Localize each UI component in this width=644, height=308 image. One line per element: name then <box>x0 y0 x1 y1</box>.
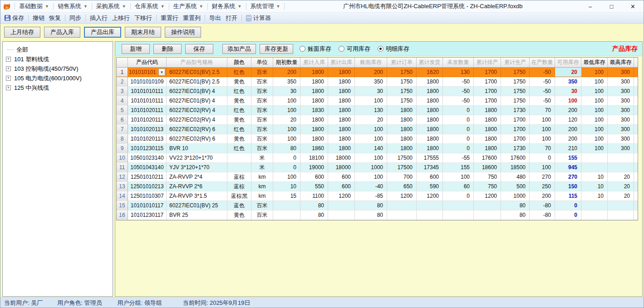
cell-prod_total[interactable]: 1730 <box>501 144 530 153</box>
column-header-sched_total[interactable]: 累计排产 <box>474 58 501 68</box>
column-header-unshipped[interactable]: 未发数量 <box>443 58 474 68</box>
expand-icon[interactable]: + <box>6 85 11 90</box>
cell-prod_total[interactable]: 1000 <box>501 191 530 201</box>
cell-qty_begin[interactable]: 20 <box>273 115 300 125</box>
cell-max_stock[interactable]: 300 <box>608 115 634 125</box>
menu-sales[interactable]: 销售系统▼ <box>55 1 90 12</box>
cell-avail[interactable]: 200 <box>555 106 581 115</box>
tool-export[interactable]: 导出 <box>207 14 223 23</box>
cell-order_total[interactable]: 1750 <box>387 87 417 96</box>
cell-max_stock[interactable] <box>608 163 634 172</box>
menu-finance[interactable]: 财务系统▼ <box>209 1 245 12</box>
cell-order_total[interactable]: 650 <box>387 182 417 191</box>
tool-redo[interactable]: 恢复 <box>47 14 63 23</box>
cell-in_total[interactable]: 80 <box>300 210 328 220</box>
cell-min_stock[interactable]: 10 <box>581 182 608 191</box>
cell-unshipped[interactable]: -50 <box>443 77 474 87</box>
cell-qty_begin[interactable]: 100 <box>273 106 300 115</box>
cell-spec[interactable]: 60227IEC02(RV) 4 <box>167 106 227 115</box>
cell-min_stock[interactable]: 10 <box>581 172 608 182</box>
cell-unshipped[interactable]: -50 <box>443 96 474 106</box>
cell-qty_begin[interactable]: 15 <box>273 191 300 201</box>
row-number-cell[interactable]: 10 <box>117 153 128 163</box>
row-number-cell[interactable]: 2 <box>117 77 128 87</box>
cell-spec[interactable]: BVR 10 <box>167 144 227 153</box>
cell-in_prod[interactable]: -50 <box>530 87 555 96</box>
cell-spec[interactable]: YJV 3*120+1*70 <box>167 163 227 172</box>
cell-sched_total[interactable]: 1800 <box>474 125 501 134</box>
cell-code[interactable]: 10101230115 <box>128 144 167 153</box>
cell-qty_begin[interactable]: 200 <box>273 68 300 77</box>
cell-sched_total[interactable]: 750 <box>474 172 501 182</box>
cell-code[interactable]: 10101010111 <box>128 96 167 106</box>
column-header-spec[interactable]: 产品型号规格 <box>167 58 227 68</box>
cell-min_stock[interactable] <box>581 201 608 210</box>
cell-max_stock[interactable] <box>608 210 634 220</box>
cell-code[interactable]: 10101020113 <box>128 125 167 134</box>
cell-out_total[interactable]: 600 <box>328 182 355 191</box>
cell-out_total[interactable]: 1200 <box>328 191 355 201</box>
cell-sched_total[interactable]: 750 <box>474 182 501 191</box>
cell-unit[interactable]: 百米 <box>251 144 273 153</box>
row-number-cell[interactable]: 7 <box>117 125 128 134</box>
expand-icon[interactable]: + <box>6 76 11 81</box>
cell-unshipped[interactable]: 0 <box>443 191 474 201</box>
cell-avail[interactable]: 350 <box>555 77 581 87</box>
delete-button[interactable]: 删除 <box>153 44 182 54</box>
cell-in_prod[interactable]: -50 <box>530 68 555 77</box>
menu-warehouse[interactable]: 仓库系统▼ <box>132 1 167 12</box>
table-row[interactable]: 1312501010213ZA-RVVP 2*6蓝棕km10550600-406… <box>117 182 638 191</box>
menu-basic-data[interactable]: 基础数据▼ <box>16 1 52 12</box>
cell-order_total[interactable]: 1200 <box>387 191 417 201</box>
tool-reset-row[interactable]: 重置行 <box>158 14 181 23</box>
cell-in_total[interactable]: 80 <box>300 201 328 210</box>
tab-last-month-balance[interactable]: 上月结存 <box>4 27 40 38</box>
cell-ship_total[interactable]: 1800 <box>417 125 443 134</box>
radio-available-stock[interactable]: 可用库存 <box>339 45 370 53</box>
cell-spec[interactable]: 60227IEC02(RV) 6 <box>167 134 227 144</box>
cell-prod_total[interactable]: 1700 <box>501 134 530 144</box>
cell-ship_total[interactable]: 1200 <box>417 191 443 201</box>
cell-out_total[interactable]: 1800 <box>328 134 355 144</box>
cell-color[interactable]: 红色 <box>227 144 251 153</box>
cell-in_total[interactable]: 1860 <box>300 144 328 153</box>
cell-prod_total[interactable]: 480 <box>501 172 530 182</box>
cell-unit[interactable]: 百米 <box>251 77 273 87</box>
cell-avail[interactable]: 30 <box>555 87 581 96</box>
cell-book_stock[interactable]: -85 <box>355 191 387 201</box>
cell-prod_total[interactable]: 18500 <box>501 163 530 172</box>
cell-out_total[interactable]: 1800 <box>328 68 355 77</box>
cell-color[interactable] <box>227 163 251 172</box>
cell-unit[interactable]: km <box>251 182 273 191</box>
tree-item-105[interactable]: +105 电力电缆(600/1000V) <box>5 73 111 83</box>
cell-in_prod[interactable]: 200 <box>530 191 555 201</box>
cell-order_total[interactable] <box>387 201 417 210</box>
cell-spec[interactable]: 60227IEC01(BV) 2.5 <box>167 68 227 77</box>
cell-unshipped[interactable]: 0 <box>443 115 474 125</box>
cell-qty_begin[interactable]: 0 <box>273 153 300 163</box>
row-number-cell[interactable]: 5 <box>117 106 128 115</box>
cell-book_stock[interactable]: 140 <box>355 144 387 153</box>
cell-book_stock[interactable]: 80 <box>355 210 387 220</box>
cell-color[interactable]: 红色 <box>227 106 251 115</box>
cell-code[interactable]: 12501010211 <box>128 172 167 182</box>
cell-unit[interactable]: 百米 <box>251 68 273 77</box>
menu-purchase[interactable]: 采购系统▼ <box>93 1 129 12</box>
cell-sched_total[interactable]: 1800 <box>474 106 501 115</box>
cell-order_total[interactable]: 1800 <box>387 106 417 115</box>
cell-in_total[interactable]: 1830 <box>300 106 328 115</box>
column-header-min_stock[interactable]: 最低库存 <box>581 58 608 68</box>
cell-order_total[interactable]: 1750 <box>387 96 417 106</box>
tool-undo[interactable]: 撤销 <box>30 14 47 23</box>
cell-sched_total[interactable]: 17600 <box>474 153 501 163</box>
cell-color[interactable]: 黄色 <box>227 210 251 220</box>
cell-qty_begin[interactable] <box>273 201 300 210</box>
cell-color[interactable]: 蓝棕 <box>227 172 251 182</box>
cell-sched_total[interactable] <box>474 210 501 220</box>
cell-in_total[interactable]: 600 <box>300 172 328 182</box>
cell-book_stock[interactable]: 80 <box>355 201 387 210</box>
cell-prod_total[interactable]: 1730 <box>501 106 530 115</box>
cell-spec[interactable]: ZA-RVVP 3*1.5 <box>167 191 227 201</box>
row-number-cell[interactable]: 1 <box>117 68 128 77</box>
cell-unshipped[interactable] <box>443 210 474 220</box>
